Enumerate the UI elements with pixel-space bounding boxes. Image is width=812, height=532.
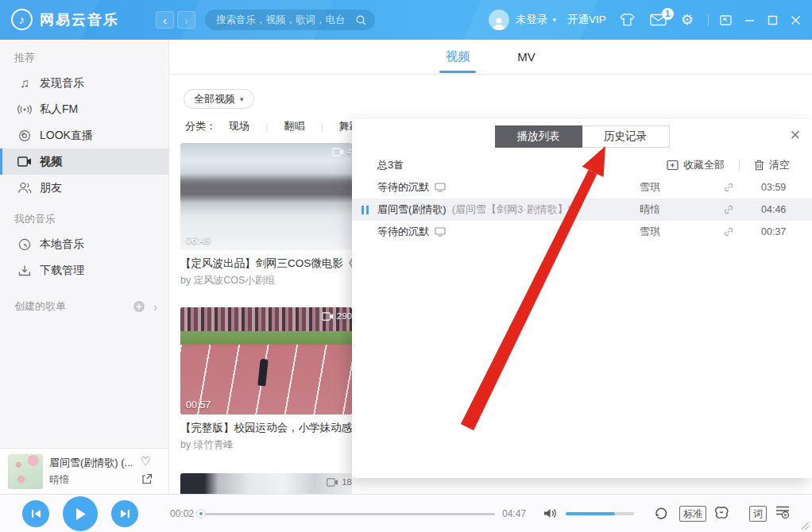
repeat-button[interactable] xyxy=(653,506,669,520)
album-art[interactable] xyxy=(8,454,43,489)
add-playlist-button[interactable] xyxy=(133,300,145,313)
sidebar-item-downloads[interactable]: 下载管理 xyxy=(0,257,168,283)
quality-button[interactable]: 标准 xyxy=(679,506,706,522)
content-tabs: 视频 MV xyxy=(169,40,812,75)
maximize-button[interactable] xyxy=(768,15,778,25)
video-duration: 00:57 xyxy=(186,399,211,411)
forward-button[interactable]: › xyxy=(177,11,195,29)
video-title[interactable]: 【完整版】校园运动会，小学妹动感演绎 xyxy=(180,421,363,435)
play-queue-button[interactable] xyxy=(775,505,791,519)
sidebar-item-video[interactable]: 视频 xyxy=(0,148,168,175)
video-card[interactable]: 4 06:49 【定风波出品】剑网三COS微电影《眉间雪 by 定风波COS小剧… xyxy=(180,143,352,287)
video-count-icon xyxy=(332,148,344,156)
track-row[interactable]: 等待的沉默 雪琪 00:37 xyxy=(352,221,812,243)
back-button[interactable]: ‹ xyxy=(156,11,174,29)
track-artist[interactable]: 雪琪 xyxy=(640,225,723,239)
sidebar-item-fm[interactable]: 私人FM xyxy=(0,96,168,122)
repeat-icon xyxy=(653,506,669,520)
previous-button[interactable] xyxy=(22,500,49,527)
track-source-link-icon[interactable] xyxy=(723,182,761,193)
close-window-button[interactable] xyxy=(791,15,801,25)
close-panel-button[interactable]: ✕ xyxy=(790,129,801,142)
video-thumbnail[interactable]: 4 06:49 xyxy=(180,143,352,250)
search-box[interactable] xyxy=(205,10,375,30)
search-icon xyxy=(355,14,367,26)
track-source-link-icon[interactable] xyxy=(723,204,761,215)
like-button[interactable]: ♡ xyxy=(141,454,151,468)
pause-icon xyxy=(362,206,369,214)
tab-history[interactable]: 历史记录 xyxy=(582,125,670,148)
fm-icon xyxy=(17,104,32,115)
local-music-icon xyxy=(17,238,32,251)
resize-grip[interactable] xyxy=(802,522,810,530)
created-playlists-header[interactable]: 创建的歌单 › xyxy=(0,283,168,318)
view-count: 290 xyxy=(322,311,352,321)
minimize-icon xyxy=(744,15,755,25)
sound-effect-button[interactable]: NEW xyxy=(713,505,731,521)
collect-all-button[interactable]: 收藏全部 xyxy=(667,158,725,172)
expand-playlists-chevron-icon[interactable]: › xyxy=(153,300,157,314)
clear-all-button[interactable]: 清空 xyxy=(754,158,790,172)
login-label[interactable]: 未登录 xyxy=(516,13,548,27)
sidebar-item-look-live[interactable]: LOOK直播 xyxy=(0,122,168,148)
next-icon xyxy=(120,509,130,519)
now-playing-artist[interactable]: 晴愔 xyxy=(49,473,69,487)
next-button[interactable] xyxy=(111,500,138,527)
track-source-link-icon[interactable] xyxy=(723,226,761,237)
track-row-playing[interactable]: 眉间雪(剧情歌) (眉间雪【剑网3·剧情歌】) 晴愔 04:46 xyxy=(352,199,812,221)
video-card[interactable]: 290 00:57 【完整版】校园运动会，小学妹动感演绎 by 绿竹青峰 xyxy=(180,307,352,452)
messages-button[interactable]: 1 xyxy=(650,13,667,26)
view-count: 4 xyxy=(332,147,352,156)
track-artist[interactable]: 雪琪 xyxy=(640,180,723,195)
sidebar: 推荐 ♫ 发现音乐 私人FM LOOK直播 视频 朋 xyxy=(0,40,169,494)
video-filter-dropdown[interactable]: 全部视频 ▾ xyxy=(184,89,254,109)
sidebar-item-friends[interactable]: 朋友 xyxy=(0,175,168,201)
video-title[interactable]: 【定风波出品】剑网三COS微电影《眉间雪 xyxy=(180,256,363,271)
category-live[interactable]: 现场 xyxy=(227,119,251,133)
minimize-button[interactable] xyxy=(744,15,755,25)
track-artist[interactable]: 晴愔 xyxy=(640,202,723,217)
collect-folder-icon xyxy=(667,160,679,171)
theme-button[interactable] xyxy=(619,13,636,27)
playlist-panel-tabs: 播放列表 历史记录 xyxy=(352,125,812,148)
volume-slider[interactable] xyxy=(566,512,634,515)
settings-button[interactable]: ⚙ xyxy=(681,13,694,27)
progress-bar[interactable] xyxy=(199,513,495,515)
volume-fill xyxy=(566,512,615,515)
mv-monitor-icon[interactable] xyxy=(435,227,446,237)
mini-mode-icon xyxy=(720,15,732,25)
tab-video[interactable]: 视频 xyxy=(444,40,471,73)
back-icon: ‹ xyxy=(163,14,167,26)
avatar[interactable] xyxy=(489,10,509,30)
vip-link[interactable]: 开通VIP xyxy=(567,13,606,27)
forward-icon: › xyxy=(184,14,188,26)
previous-icon xyxy=(31,509,41,519)
sidebar-item-discover[interactable]: ♫ 发现音乐 xyxy=(0,70,168,96)
track-row[interactable]: 等待的沉默 雪琪 03:59 xyxy=(352,176,812,199)
mv-monitor-icon[interactable] xyxy=(435,183,446,192)
now-playing-box[interactable]: 眉间雪(剧情歌) (... 晴愔 ♡ xyxy=(0,448,169,494)
sidebar-item-local-music[interactable]: 本地音乐 xyxy=(0,231,168,257)
video-author[interactable]: by 定风波COS小剧组 xyxy=(180,274,352,287)
lyrics-button[interactable]: 词 xyxy=(749,506,767,522)
now-playing-title[interactable]: 眉间雪(剧情歌) (... xyxy=(49,456,138,470)
tab-play-queue[interactable]: 播放列表 xyxy=(495,125,582,148)
titlebar: ♪ 网易云音乐 ‹ › 未登录 ▾ 开通VIP 1 ⚙ xyxy=(0,0,812,40)
playlist-summary-row: 总3首 收藏全部 清空 xyxy=(352,154,812,176)
video-thumbnail[interactable]: 290 00:57 xyxy=(180,307,352,414)
titlebar-divider xyxy=(708,13,709,26)
tab-mv[interactable]: MV xyxy=(516,41,537,72)
progress-thumb[interactable] xyxy=(196,509,206,519)
category-cover[interactable]: 翻唱 xyxy=(282,119,306,133)
search-input[interactable] xyxy=(216,14,355,25)
volume-icon[interactable] xyxy=(543,507,558,519)
video-author[interactable]: by 绿竹青峰 xyxy=(180,438,352,452)
mini-mode-button[interactable] xyxy=(720,15,732,25)
play-button[interactable] xyxy=(63,496,98,531)
user-icon xyxy=(491,16,507,30)
maximize-icon xyxy=(768,15,778,25)
app-logo[interactable]: ♪ 网易云音乐 xyxy=(11,9,119,30)
video-count-icon xyxy=(322,312,334,321)
share-button[interactable] xyxy=(141,473,153,484)
login-caret-icon[interactable]: ▾ xyxy=(553,16,557,24)
